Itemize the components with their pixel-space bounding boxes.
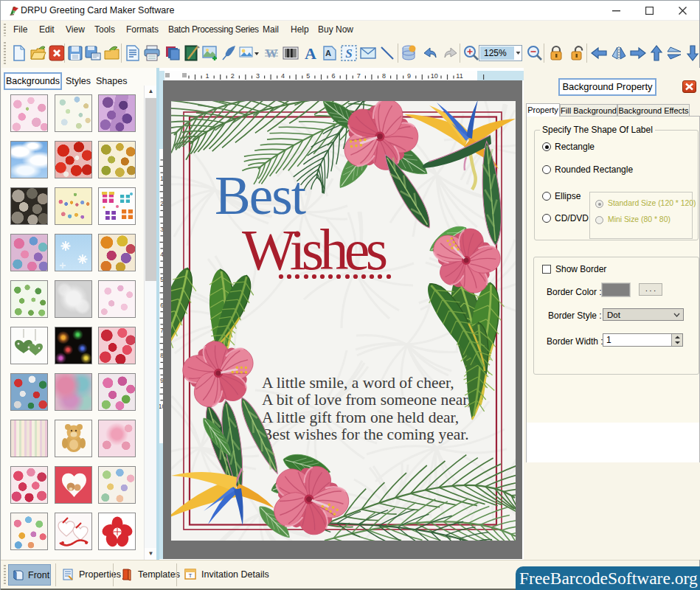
svg-text:1: 1 [205, 72, 209, 80]
svg-text:Wishes: Wishes [242, 218, 388, 282]
svg-text:7: 7 [357, 72, 361, 80]
svg-text:2: 2 [231, 72, 235, 80]
svg-text:9: 9 [407, 72, 411, 80]
svg-text:A little smile, a word of chee: A little smile, a word of cheer, [262, 374, 454, 392]
svg-text:T: T [189, 572, 193, 579]
svg-text:3: 3 [256, 72, 260, 80]
svg-text:11: 11 [456, 72, 462, 80]
svg-text:A: A [305, 44, 316, 62]
svg-text:8: 8 [382, 72, 386, 80]
svg-text:Best wishes for the coming yea: Best wishes for the coming year. [262, 426, 469, 443]
svg-text:10: 10 [431, 72, 438, 80]
svg-text:S: S [345, 46, 352, 60]
svg-text:A: A [325, 49, 331, 58]
svg-text:4: 4 [281, 72, 285, 80]
svg-text:A bit of love from someone nea: A bit of love from someone near, [262, 391, 471, 409]
svg-text:6: 6 [331, 72, 335, 80]
svg-text:A little gift from one held de: A little gift from one held dear, [262, 409, 459, 426]
svg-text:5: 5 [306, 72, 310, 80]
